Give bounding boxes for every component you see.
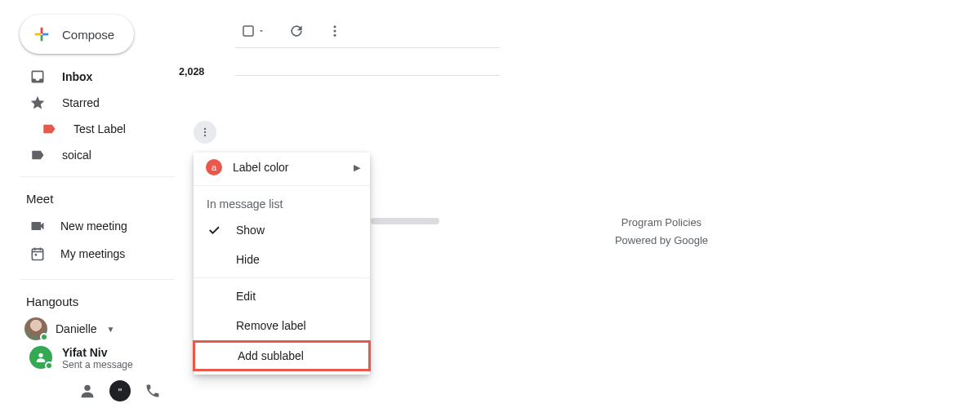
sidebar-item-label: Starred (62, 96, 100, 109)
svg-point-17 (84, 385, 90, 391)
label-context-menu: a Label color ▶ In message list Show Hid… (194, 153, 370, 375)
chat-text: Yifat Niv Sent a message (62, 346, 133, 370)
star-icon (29, 95, 46, 111)
color-swatch-icon: a (205, 158, 223, 176)
hangouts-user-name: Danielle (56, 322, 97, 335)
meet-my-meetings[interactable]: My meetings (0, 240, 189, 268)
menu-section-label: In message list (194, 189, 370, 215)
calendar-icon (29, 246, 46, 262)
sidebar-item-starred[interactable]: Starred (0, 90, 189, 116)
chat-name: Yifat Niv (62, 346, 133, 359)
menu-item-label: Show (236, 224, 265, 237)
meet-item-label: My meetings (60, 247, 125, 260)
sidebar-item-inbox[interactable]: Inbox 2,028 (0, 64, 189, 90)
sidebar-separator (20, 176, 175, 177)
mail-toolbar (241, 15, 342, 47)
svg-rect-8 (32, 249, 42, 259)
menu-separator (194, 185, 370, 186)
footer-link-powered[interactable]: Powered by Google (588, 232, 735, 250)
list-divider (235, 75, 500, 76)
svg-point-13 (38, 353, 42, 357)
sidebar-item-test-label[interactable]: Test Label (0, 116, 189, 142)
meet-section-title: Meet (0, 185, 189, 212)
svg-point-15 (204, 131, 206, 133)
menu-separator (194, 277, 370, 278)
more-button[interactable] (327, 24, 342, 38)
menu-item-add-sublabel[interactable]: Add sublabel (193, 340, 371, 371)
toolbar-divider (235, 47, 500, 48)
phone-icon[interactable] (139, 379, 167, 403)
meet-new-meeting[interactable]: New meeting (0, 212, 189, 240)
svg-rect-2 (35, 33, 41, 36)
svg-rect-12 (35, 254, 38, 256)
sidebar-item-label: soical (62, 149, 91, 162)
sidebar-item-soical[interactable]: soical (0, 142, 189, 168)
svg-point-5 (334, 25, 336, 28)
presence-indicator (45, 361, 53, 370)
compose-button[interactable]: Compose (20, 15, 134, 54)
svg-rect-3 (42, 33, 48, 36)
chat-footer-icons (74, 379, 167, 403)
kebab-icon (199, 126, 211, 138)
sidebar-separator (20, 279, 175, 280)
menu-item-label-color[interactable]: a Label color ▶ (194, 153, 370, 182)
label-options-button[interactable] (194, 121, 216, 144)
camera-icon (29, 218, 46, 234)
menu-item-label: Edit (236, 290, 256, 303)
menu-item-label: Add sublabel (238, 349, 304, 362)
inbox-count: 2,028 (179, 66, 204, 78)
svg-point-6 (334, 30, 336, 33)
select-all-checkbox[interactable] (241, 24, 265, 38)
chevron-down-icon: ▼ (107, 325, 115, 334)
menu-item-hide[interactable]: Hide (194, 245, 370, 274)
footer: Program Policies Powered by Google (588, 214, 735, 250)
compose-label: Compose (62, 28, 114, 42)
hangouts-bubble-icon[interactable] (109, 380, 131, 401)
svg-rect-0 (41, 28, 43, 33)
dropdown-caret-icon (257, 27, 265, 35)
avatar (29, 346, 52, 369)
person-icon[interactable] (74, 379, 101, 403)
footer-link-policies[interactable]: Program Policies (588, 214, 735, 232)
menu-item-edit[interactable]: Edit (194, 282, 370, 311)
inbox-icon (29, 69, 46, 85)
hangouts-section-title: Hangouts (0, 288, 189, 315)
menu-item-label: Label color (233, 161, 289, 174)
menu-item-label: Hide (236, 253, 260, 266)
svg-rect-4 (243, 26, 253, 36)
chat-subtitle: Sent a message (62, 359, 133, 370)
meet-item-label: New meeting (60, 220, 127, 233)
svg-point-7 (334, 34, 336, 37)
menu-item-label: Remove label (236, 319, 306, 332)
menu-item-show[interactable]: Show (194, 215, 370, 245)
sidebar: Inbox 2,028 Starred Test Label soical Me… (0, 64, 189, 377)
sidebar-item-label: Inbox (62, 70, 92, 83)
horizontal-scrollbar-thumb[interactable] (371, 218, 439, 224)
label-icon (41, 121, 57, 137)
svg-point-16 (204, 135, 206, 136)
presence-indicator (40, 333, 48, 341)
refresh-button[interactable] (288, 23, 305, 39)
sidebar-item-label: Test Label (74, 122, 126, 135)
chevron-right-icon: ▶ (354, 162, 360, 173)
avatar (24, 317, 47, 340)
plus-icon (33, 25, 51, 43)
hangouts-chat-item[interactable]: Yifat Niv Sent a message (0, 343, 189, 377)
svg-point-14 (204, 128, 206, 130)
svg-rect-1 (41, 35, 43, 41)
check-icon (205, 221, 223, 239)
label-icon (29, 147, 46, 163)
menu-item-remove-label[interactable]: Remove label (194, 311, 370, 340)
hangouts-current-user[interactable]: Danielle ▼ (0, 315, 189, 343)
